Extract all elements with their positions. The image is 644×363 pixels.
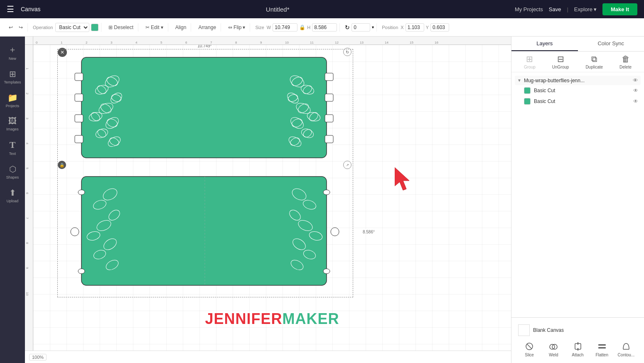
weld-tool[interactable]: Weld <box>541 342 565 357</box>
y-input[interactable] <box>430 23 449 32</box>
right-tabs: Layers Color Sync <box>511 37 644 52</box>
sidebar-item-text[interactable]: T Text <box>2 136 23 159</box>
height-input[interactable] <box>312 23 337 32</box>
operation-select[interactable]: Basic Cut <box>55 23 89 32</box>
flip-button[interactable]: ⇔ Flip ▾ <box>226 23 247 32</box>
ungroup-action[interactable]: ⊟ UnGroup <box>552 54 569 69</box>
separator: | <box>567 6 568 12</box>
attach-icon <box>573 342 583 352</box>
svg-rect-2 <box>75 94 83 101</box>
tab-layers[interactable]: Layers <box>511 37 578 51</box>
svg-rect-3 <box>75 115 83 122</box>
deselect-button[interactable]: ⊞ Deselect <box>106 23 135 32</box>
edit-icon: ✂ <box>145 25 150 30</box>
layers-list: ▼ Mug-wrap-butterflies-jenn... 👁 Basic C… <box>511 72 644 317</box>
svg-rect-140 <box>598 344 606 346</box>
layer-2-name: Basic Cut <box>534 98 630 104</box>
layer-group-main: ▼ Mug-wrap-butterflies-jenn... 👁 Basic C… <box>515 76 641 107</box>
right-sidebar: Layers Color Sync ⊞ Group ⊟ UnGroup ⧉ Du… <box>511 37 644 363</box>
duplicate-label: Duplicate <box>585 65 603 69</box>
layer-item-1[interactable]: Basic Cut 👁 <box>515 85 641 96</box>
delete-icon: 🗑 <box>622 54 630 64</box>
lock-aspect-icon[interactable]: 🔒 <box>299 25 305 30</box>
attach-tool[interactable]: Attach <box>565 342 590 357</box>
contour-label: Contou... <box>618 353 635 357</box>
mug-wrap-svg-top <box>62 52 347 164</box>
layer-group-header[interactable]: ▼ Mug-wrap-butterflies-jenn... 👁 <box>515 76 641 85</box>
undo-button[interactable]: ↩ <box>7 23 15 32</box>
svg-rect-5 <box>325 73 333 81</box>
svg-rect-73 <box>81 177 327 285</box>
layer-1-eye-icon[interactable]: 👁 <box>633 88 638 93</box>
new-icon: ＋ <box>8 44 17 55</box>
resize-handle-top[interactable]: ↗ <box>343 161 351 169</box>
svg-point-74 <box>71 228 79 236</box>
contour-tool[interactable]: Contou... <box>614 342 638 357</box>
flip-icon: ⇔ <box>228 25 232 30</box>
layer-group-eye-icon[interactable]: 👁 <box>633 77 638 83</box>
zoom-percent[interactable]: 100% <box>29 354 47 361</box>
blank-canvas-preview[interactable]: Blank Canvas <box>516 322 640 338</box>
blank-canvas-label: Blank Canvas <box>533 327 564 333</box>
make-it-button[interactable]: Make It <box>602 3 637 15</box>
operation-color-swatch[interactable] <box>91 24 98 31</box>
chevron-down-icon: ▼ <box>517 78 521 83</box>
canvas-area[interactable]: 0 1 2 3 4 5 6 7 8 9 10 11 12 13 14 15 16… <box>25 37 511 363</box>
x-input[interactable] <box>406 23 424 32</box>
slice-tool[interactable]: Slice <box>517 342 541 357</box>
sidebar-item-upload[interactable]: ⬆ Upload <box>2 184 23 206</box>
layer-2-eye-icon[interactable]: 👁 <box>633 98 638 104</box>
dim-label-right: 8.586° <box>361 229 376 235</box>
duplicate-action[interactable]: ⧉ Duplicate <box>585 54 603 69</box>
group-action[interactable]: ⊞ Group <box>524 54 536 69</box>
top-bar: ☰ Canvas Untitled* My Projects Save | Ex… <box>0 0 644 18</box>
sidebar-item-images[interactable]: 🖼 Images <box>2 113 23 135</box>
tab-color-sync[interactable]: Color Sync <box>578 37 644 51</box>
layer-actions: ⊞ Group ⊟ UnGroup ⧉ Duplicate 🗑 Delete <box>511 52 644 72</box>
slice-icon <box>525 342 534 352</box>
main-area: ＋ New ⊞ Templates 📁 Projects 🖼 Images T … <box>0 37 644 363</box>
slice-label: Slice <box>525 353 534 357</box>
svg-point-79 <box>323 269 330 274</box>
sidebar-item-templates[interactable]: ⊞ Templates <box>2 66 23 88</box>
rotate-handle-top[interactable]: ↻ <box>343 48 351 56</box>
ungroup-icon: ⊟ <box>557 54 564 64</box>
explore-chevron-icon: ▾ <box>594 6 597 12</box>
explore-link[interactable]: Explore ▾ <box>574 6 597 12</box>
redo-button[interactable]: ↪ <box>17 23 25 32</box>
blank-canvas-swatch <box>518 324 530 336</box>
hamburger-icon[interactable]: ☰ <box>7 4 14 14</box>
design-bottom[interactable]: 8.586° <box>62 172 347 292</box>
edit-button[interactable]: ✂ Edit ▾ <box>143 23 165 32</box>
design-top[interactable]: ✕ ↻ 🔒 ↗ 10.749° <box>62 52 347 164</box>
sidebar-item-projects[interactable]: 📁 Projects <box>2 89 23 111</box>
images-icon: 🖼 <box>8 116 17 126</box>
canvas-bottom-bar: 100% <box>25 351 511 363</box>
upload-icon: ⬆ <box>9 188 16 198</box>
delete-action[interactable]: 🗑 Delete <box>619 54 632 69</box>
width-label: W <box>267 25 271 30</box>
sidebar-item-new[interactable]: ＋ New <box>2 41 23 64</box>
my-projects-link[interactable]: My Projects <box>515 6 543 12</box>
height-label: H <box>307 25 310 30</box>
align-button[interactable]: Align <box>173 23 189 32</box>
document-title: Untitled* <box>266 6 290 13</box>
watermark: JENNIFERMAKER <box>205 310 339 328</box>
svg-marker-132 <box>395 167 409 190</box>
operation-label: Operation <box>33 25 53 30</box>
sidebar-item-shapes[interactable]: ⬡ Shapes <box>2 161 23 183</box>
watermark-maker: MAKER <box>283 310 339 327</box>
flatten-tool[interactable]: Flatten <box>590 342 614 357</box>
templates-icon: ⊞ <box>9 69 16 79</box>
rotate-input[interactable] <box>351 23 370 32</box>
close-handle-top[interactable]: ✕ <box>58 48 67 57</box>
lock-handle-top[interactable]: 🔒 <box>58 161 66 169</box>
layer-item-2[interactable]: Basic Cut 👁 <box>515 96 641 107</box>
save-button[interactable]: Save <box>549 6 561 12</box>
arrange-button[interactable]: Arrange <box>196 23 218 32</box>
ruler-corner <box>25 37 33 45</box>
width-input[interactable] <box>273 23 297 32</box>
left-sidebar: ＋ New ⊞ Templates 📁 Projects 🖼 Images T … <box>0 37 25 363</box>
svg-rect-8 <box>325 135 333 143</box>
svg-point-122 <box>301 270 315 281</box>
